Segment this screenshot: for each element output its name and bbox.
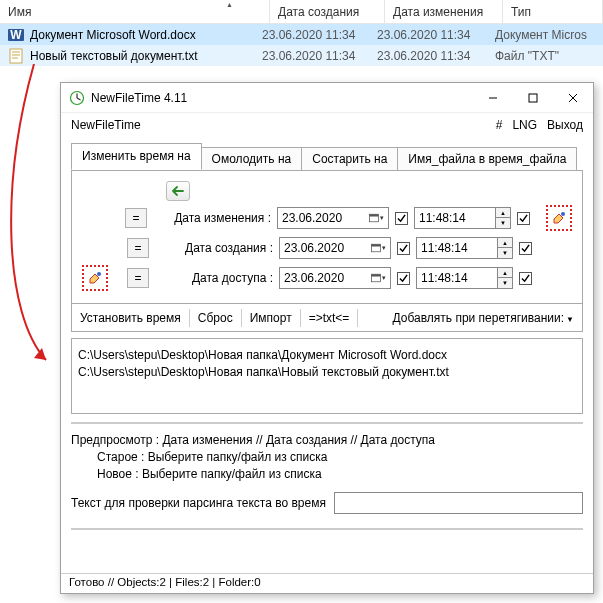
label-accessed: Дата доступа : (155, 271, 273, 285)
svg-rect-15 (370, 214, 379, 216)
text-document-icon (8, 48, 24, 64)
import-button[interactable]: Импорт (250, 311, 292, 325)
equalize-button[interactable]: = (125, 208, 147, 228)
app-icon (69, 90, 85, 106)
divider (71, 528, 583, 530)
label-modified: Дата изменения : (153, 211, 271, 225)
time-modified-input[interactable]: 11:48:14 (414, 207, 496, 229)
file-list-header: Имя▲ Дата создания Дата изменения Тип (0, 0, 603, 24)
file-modified: 23.06.2020 11:34 (377, 49, 495, 63)
file-created: 23.06.2020 11:34 (262, 49, 377, 63)
touch-modified-icon[interactable] (546, 205, 572, 231)
svg-rect-21 (372, 274, 381, 276)
path-item[interactable]: C:\Users\stepu\Desktop\Новая папка\Докум… (78, 347, 576, 364)
equalize-button[interactable]: = (127, 238, 149, 258)
file-created: 23.06.2020 11:34 (262, 28, 377, 42)
maximize-button[interactable] (513, 83, 553, 113)
svg-rect-18 (372, 244, 381, 246)
time-created-input[interactable]: 11:48:14 (416, 237, 498, 259)
calendar-dropdown-icon[interactable]: ▾ (368, 210, 384, 226)
row-accessed: = Дата доступа : 23.06.2020 ▾ 11:48:14 ▲… (82, 263, 572, 293)
date-modified-input[interactable]: 23.06.2020 ▾ (277, 207, 389, 229)
file-name: Документ Microsoft Word.docx (30, 28, 196, 42)
svg-rect-11 (529, 94, 537, 102)
file-row[interactable]: Новый текстовый документ.txt 23.06.2020 … (0, 45, 603, 66)
checkbox-modified-date[interactable] (395, 212, 408, 225)
status-bar: Готово // Objects:2 | Files:2 | Folder:0 (61, 573, 593, 593)
checkbox-created-date[interactable] (397, 242, 410, 255)
annotation-arrow (4, 64, 64, 374)
date-accessed-input[interactable]: 23.06.2020 ▾ (279, 267, 391, 289)
time-spinner[interactable]: ▲▼ (498, 267, 513, 289)
svg-point-16 (561, 212, 565, 216)
col-header-type[interactable]: Тип (503, 0, 603, 23)
parsing-label: Текст для проверки парсинга текста во вр… (71, 496, 326, 510)
menu-lng[interactable]: LNG (512, 118, 537, 132)
preview-new: Новое : Выберите папку/файл из списка (71, 467, 583, 481)
menu-hash[interactable]: # (496, 118, 503, 132)
col-header-created[interactable]: Дата создания (270, 0, 385, 23)
menu-bar: NewFileTime # LNG Выход (61, 113, 593, 137)
calendar-dropdown-icon[interactable]: ▾ (370, 270, 386, 286)
export-txt-button[interactable]: =>txt<= (309, 311, 350, 325)
time-spinner[interactable]: ▲▼ (498, 237, 513, 259)
tab-body: = Дата изменения : 23.06.2020 ▾ 11:48:14… (71, 170, 583, 304)
action-bar: Установить время Сброс Импорт =>txt<= До… (71, 304, 583, 332)
preview-header: Предпросмотр : Дата изменения // Дата со… (71, 433, 583, 447)
menu-exit[interactable]: Выход (547, 118, 583, 132)
svg-marker-6 (34, 348, 46, 360)
window-title: NewFileTime 4.11 (91, 91, 473, 105)
touch-all-icon[interactable] (82, 265, 108, 291)
equalize-button[interactable]: = (127, 268, 149, 288)
date-created-input[interactable]: 23.06.2020 ▾ (279, 237, 391, 259)
file-row[interactable]: W Документ Microsoft Word.docx 23.06.202… (0, 24, 603, 45)
close-button[interactable] (553, 83, 593, 113)
row-modified: = Дата изменения : 23.06.2020 ▾ 11:48:14… (82, 203, 572, 233)
tab-filename-to-time[interactable]: Имя_файла в время_файла (397, 147, 577, 171)
label-created: Дата создания : (155, 241, 273, 255)
set-time-button[interactable]: Установить время (80, 311, 181, 325)
word-document-icon: W (8, 27, 24, 43)
preview-old: Старое : Выберите папку/файл из списка (71, 450, 583, 464)
row-created: = Дата создания : 23.06.2020 ▾ 11:48:14 … (82, 233, 572, 263)
file-list-body: W Документ Microsoft Word.docx 23.06.202… (0, 24, 603, 66)
preview-block: Предпросмотр : Дата изменения // Дата со… (71, 430, 583, 484)
parsing-input[interactable] (334, 492, 583, 514)
file-type: Документ Micros (495, 28, 595, 42)
checkbox-modified-time[interactable] (517, 212, 530, 225)
back-button[interactable] (166, 181, 190, 201)
app-window: NewFileTime 4.11 NewFileTime # LNG Выход… (60, 82, 594, 594)
menu-app[interactable]: NewFileTime (71, 118, 141, 132)
file-name: Новый текстовый документ.txt (30, 49, 198, 63)
tab-change-time[interactable]: Изменить время на (71, 143, 202, 170)
file-paths-list[interactable]: C:\Users\stepu\Desktop\Новая папка\Докум… (71, 338, 583, 414)
time-spinner[interactable]: ▲▼ (496, 207, 511, 229)
drag-mode-dropdown[interactable]: Добавлять при перетягивании:▼ (393, 311, 575, 325)
parsing-row: Текст для проверки парсинга текста во вр… (71, 492, 583, 514)
checkbox-created-time[interactable] (519, 242, 532, 255)
tab-age[interactable]: Состарить на (301, 147, 398, 171)
divider (71, 422, 583, 424)
minimize-button[interactable] (473, 83, 513, 113)
file-modified: 23.06.2020 11:34 (377, 28, 495, 42)
svg-point-19 (97, 272, 101, 276)
tab-strip: Изменить время на Омолодить на Состарить… (71, 143, 583, 170)
time-accessed-input[interactable]: 11:48:14 (416, 267, 498, 289)
title-bar[interactable]: NewFileTime 4.11 (61, 83, 593, 113)
checkbox-accessed-time[interactable] (519, 272, 532, 285)
calendar-dropdown-icon[interactable]: ▾ (370, 240, 386, 256)
col-header-modified[interactable]: Дата изменения (385, 0, 503, 23)
svg-text:W: W (10, 28, 22, 42)
path-item[interactable]: C:\Users\stepu\Desktop\Новая папка\Новый… (78, 364, 576, 381)
sort-indicator: ▲ (226, 1, 233, 8)
reset-button[interactable]: Сброс (198, 311, 233, 325)
svg-rect-2 (10, 49, 22, 63)
col-header-name[interactable]: Имя▲ (0, 0, 270, 23)
checkbox-accessed-date[interactable] (397, 272, 410, 285)
file-type: Файл "TXT" (495, 49, 595, 63)
tab-rejuvenate[interactable]: Омолодить на (201, 147, 303, 171)
